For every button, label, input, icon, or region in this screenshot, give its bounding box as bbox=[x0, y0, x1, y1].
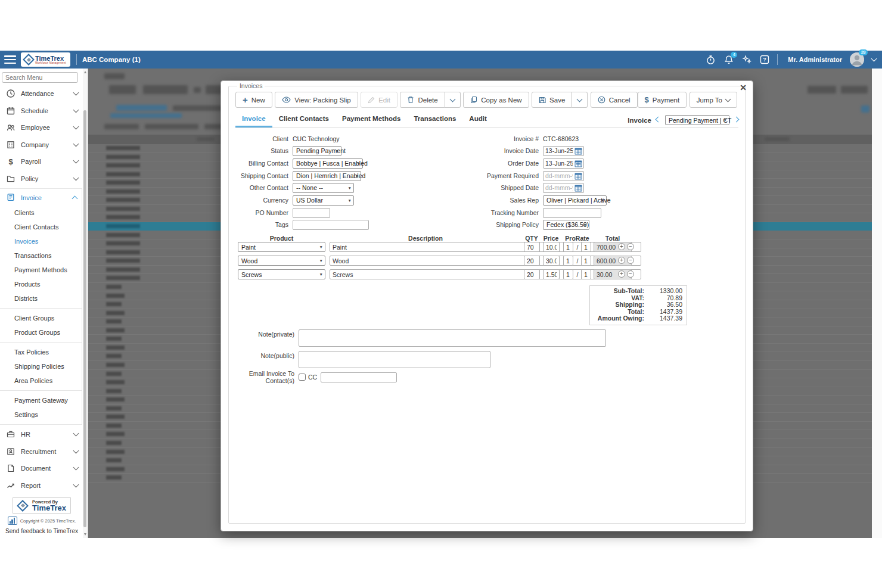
next-record-icon[interactable] bbox=[734, 116, 740, 122]
sparkles-icon[interactable] bbox=[741, 55, 751, 65]
sidebar-item-transactions[interactable]: Transactions bbox=[0, 248, 82, 263]
qty-input[interactable] bbox=[524, 242, 540, 252]
note-private-textarea[interactable] bbox=[299, 329, 606, 347]
sidebar-item-products[interactable]: Products bbox=[0, 277, 82, 291]
sidebar-item-product-groups[interactable]: Product Groups bbox=[0, 325, 82, 340]
qty-input[interactable] bbox=[524, 256, 540, 266]
sidebar-item-employee[interactable]: Employee bbox=[0, 119, 88, 136]
remove-row-button[interactable]: − bbox=[627, 270, 634, 278]
sidebar-scrollbar[interactable] bbox=[83, 69, 88, 538]
copy-as-new-button[interactable]: Copy as New bbox=[463, 92, 529, 108]
user-name[interactable]: Mr. Administrator bbox=[788, 56, 842, 63]
price-input[interactable] bbox=[543, 256, 560, 266]
user-menu-chevron-icon[interactable] bbox=[871, 56, 877, 62]
email-invoice-checkbox[interactable] bbox=[299, 374, 306, 381]
cc-input[interactable] bbox=[321, 372, 397, 382]
shipped-date-input[interactable] bbox=[544, 184, 574, 192]
prorate-numerator-input[interactable] bbox=[563, 242, 573, 252]
sidebar-item-clients[interactable]: Clients bbox=[0, 206, 82, 220]
sidebar-item-hr[interactable]: HR bbox=[0, 426, 88, 443]
sidebar-item-invoices[interactable]: Invoices bbox=[0, 234, 82, 248]
record-selector[interactable]: Pending Payment | CT bbox=[665, 115, 729, 125]
page-scrollbar-track[interactable] bbox=[872, 69, 882, 538]
sidebar-item-schedule[interactable]: Schedule bbox=[0, 102, 88, 120]
save-button[interactable]: Save bbox=[532, 92, 572, 108]
shipping-contact-select[interactable]: Dion | Hemrich | Enabled bbox=[293, 171, 361, 181]
help-icon[interactable]: ? bbox=[759, 55, 769, 65]
sidebar-item-tax-policies[interactable]: Tax Policies bbox=[0, 345, 82, 359]
remove-row-button[interactable]: − bbox=[627, 257, 634, 264]
delete-button[interactable]: Delete bbox=[400, 92, 445, 108]
prorate-denominator-input[interactable] bbox=[581, 269, 591, 279]
calendar-picker-icon[interactable] bbox=[574, 172, 582, 180]
tab-payment-methods[interactable]: Payment Methods bbox=[336, 114, 407, 126]
sidebar-item-recruitment[interactable]: Recruitment bbox=[0, 443, 88, 461]
sidebar-item-invoice[interactable]: Invoice bbox=[0, 190, 82, 206]
sidebar-item-area-policies[interactable]: Area Policies bbox=[0, 374, 82, 388]
edit-button[interactable]: Edit bbox=[361, 92, 397, 108]
sidebar-item-settings[interactable]: Settings bbox=[0, 407, 82, 422]
tags-input[interactable] bbox=[293, 220, 369, 230]
hamburger-menu-icon[interactable] bbox=[4, 55, 16, 64]
qty-input[interactable] bbox=[524, 269, 540, 279]
po-number-input[interactable] bbox=[293, 208, 330, 218]
order-date-input[interactable] bbox=[544, 160, 574, 167]
remove-row-button[interactable]: − bbox=[627, 243, 634, 250]
sales-rep-select[interactable]: Oliver | Pickard | Active bbox=[543, 195, 607, 206]
sidebar-item-company[interactable]: Company bbox=[0, 136, 88, 154]
notifications-bell-icon[interactable]: 4 bbox=[723, 55, 734, 65]
save-dropdown-button[interactable] bbox=[572, 92, 588, 108]
calendar-picker-icon[interactable] bbox=[574, 160, 582, 167]
view-packing-slip-button[interactable]: View: Packing Slip bbox=[275, 92, 358, 108]
calendar-picker-icon[interactable] bbox=[574, 147, 582, 155]
invoice-date-input[interactable] bbox=[544, 147, 574, 155]
tracking-number-input[interactable] bbox=[543, 208, 601, 218]
delete-dropdown-button[interactable] bbox=[445, 92, 461, 108]
tab-invoice[interactable]: Invoice bbox=[235, 114, 272, 127]
sidebar-item-client-groups[interactable]: Client Groups bbox=[0, 311, 82, 325]
other-contact-select[interactable]: -- None -- bbox=[293, 183, 354, 193]
user-avatar[interactable]: 28 bbox=[850, 52, 864, 67]
product-select[interactable]: Wood bbox=[238, 256, 325, 266]
feedback-link[interactable]: Send feedback to TimeTrex bbox=[0, 528, 83, 534]
status-select[interactable]: Pending Payment bbox=[293, 146, 341, 156]
close-icon[interactable]: ✕ bbox=[740, 83, 747, 92]
add-row-button[interactable]: + bbox=[618, 270, 625, 278]
price-input[interactable] bbox=[543, 269, 560, 279]
sidebar-item-payroll[interactable]: $ Payroll bbox=[0, 153, 88, 170]
sidebar-item-attendance[interactable]: Attendance bbox=[0, 85, 88, 102]
sidebar-item-report[interactable]: Report bbox=[0, 477, 88, 494]
note-public-textarea[interactable] bbox=[299, 351, 490, 368]
powered-by-logo[interactable]: Powered By TimeTrex bbox=[13, 497, 71, 514]
product-select[interactable]: Screws bbox=[238, 269, 325, 279]
sidebar-item-document[interactable]: Document bbox=[0, 460, 88, 477]
price-input[interactable] bbox=[543, 242, 560, 252]
sidebar-item-payment-methods[interactable]: Payment Methods bbox=[0, 263, 82, 277]
tab-transactions[interactable]: Transactions bbox=[407, 114, 462, 126]
sidebar-item-policy[interactable]: Policy bbox=[0, 170, 88, 188]
sidebar-item-districts[interactable]: Districts bbox=[0, 291, 82, 306]
product-select[interactable]: Paint bbox=[238, 242, 325, 252]
punch-timer-icon[interactable] bbox=[706, 55, 716, 65]
sidebar-item-client-contacts[interactable]: Client Contacts bbox=[0, 220, 82, 234]
sidebar-search-input[interactable] bbox=[2, 72, 78, 83]
payment-required-input[interactable] bbox=[544, 172, 574, 180]
tab-client-contacts[interactable]: Client Contacts bbox=[272, 114, 336, 126]
prorate-numerator-input[interactable] bbox=[563, 256, 573, 266]
add-row-button[interactable]: + bbox=[618, 243, 625, 250]
sidebar-item-payment-gateway[interactable]: Payment Gateway bbox=[0, 393, 82, 407]
currency-select[interactable]: US Dollar bbox=[293, 195, 354, 206]
sidebar-item-shipping-policies[interactable]: Shipping Policies bbox=[0, 359, 82, 374]
prorate-numerator-input[interactable] bbox=[563, 269, 573, 279]
payment-button[interactable]: $Payment bbox=[638, 92, 687, 108]
prorate-denominator-input[interactable] bbox=[581, 242, 591, 252]
jump-to-button[interactable]: Jump To bbox=[690, 92, 737, 108]
timetrex-logo[interactable]: TimeTrex Workforce Management bbox=[21, 52, 70, 67]
calendar-picker-icon[interactable] bbox=[574, 184, 582, 192]
shipping-policy-select[interactable]: Fedex ($36.50) bbox=[543, 220, 589, 230]
prorate-denominator-input[interactable] bbox=[581, 256, 591, 266]
add-row-button[interactable]: + bbox=[618, 257, 625, 264]
billing-contact-select[interactable]: Bobbye | Fusca | Enabled bbox=[293, 158, 363, 169]
cancel-button[interactable]: Cancel bbox=[591, 92, 638, 108]
previous-record-icon[interactable] bbox=[656, 116, 662, 122]
